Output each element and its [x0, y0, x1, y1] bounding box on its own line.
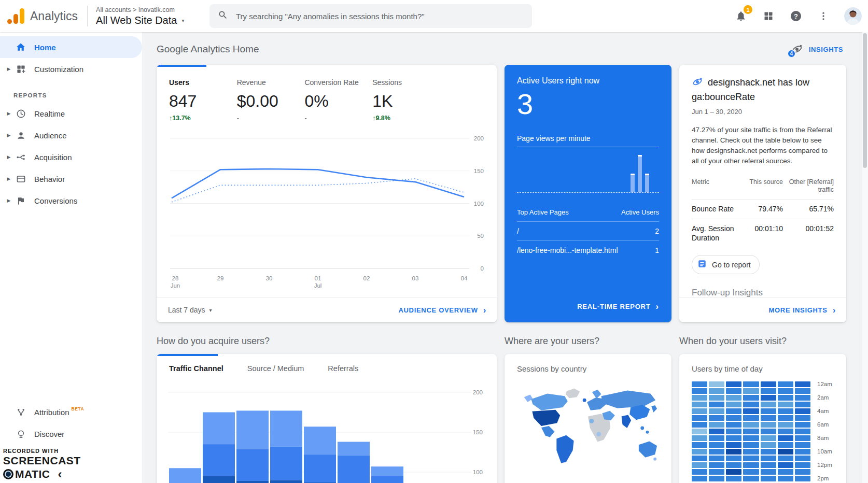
- chevron-down-icon: ▾: [209, 307, 212, 313]
- time-section-title: When do your users visit?: [679, 336, 846, 347]
- table-row[interactable]: /leno-free-mobi...-template.html 1: [517, 240, 659, 260]
- tab-source-medium[interactable]: Source / Medium: [247, 364, 304, 376]
- sidebar-item-realtime[interactable]: ▶ Realtime: [0, 103, 142, 124]
- page-path: /: [517, 227, 519, 235]
- analytics-logo[interactable]: Analytics: [0, 8, 78, 24]
- clock-icon: [15, 109, 27, 119]
- expander-icon[interactable]: ▶: [3, 111, 15, 116]
- traffic-channel-bar-chart: 050100150200: [157, 377, 497, 483]
- table-row[interactable]: / 2: [517, 221, 659, 240]
- flag-icon: [15, 196, 27, 206]
- expander-icon[interactable]: ▶: [3, 198, 15, 203]
- metric-sessions[interactable]: Sessions 1K ↑9.8%: [372, 78, 402, 122]
- table-row: Bounce Rate 79.47% 65.71%: [692, 199, 834, 219]
- sidebar-item-acquisition[interactable]: ▶ Acquisition: [0, 146, 142, 168]
- heatmap-row-label: [812, 388, 834, 394]
- insight-date-range: Jun 1 – 30, 2020: [692, 108, 834, 116]
- acquisition-card: Traffic Channel Source / Medium Referral…: [157, 354, 497, 483]
- real-time-report-link[interactable]: REAL-TIME REPORT ›: [517, 302, 659, 311]
- sidebar-item-label: Conversions: [34, 196, 77, 205]
- collapse-chevron-icon[interactable]: ‹: [58, 467, 62, 481]
- sidebar-item-label: Audience: [34, 131, 67, 140]
- go-to-report-button[interactable]: Go to report: [692, 255, 760, 274]
- heatmap-row-label: [812, 456, 834, 461]
- scrollbar-thumb[interactable]: [863, 33, 867, 168]
- vertical-dots-icon: [818, 11, 829, 21]
- chevron-right-icon: ›: [656, 302, 659, 311]
- search-input[interactable]: [235, 11, 524, 21]
- divider: [87, 6, 88, 26]
- chevron-right-icon: ›: [833, 306, 836, 315]
- expander-icon[interactable]: ▶: [3, 133, 15, 138]
- screencast-o-matic-watermark: RECORDED WITH SCREENCAST MATIC ‹: [3, 448, 81, 481]
- report-doc-icon: [697, 259, 707, 270]
- avatar[interactable]: [844, 7, 862, 25]
- product-name: Analytics: [30, 9, 78, 23]
- metric-revenue[interactable]: Revenue $0.00 -: [237, 78, 305, 122]
- help-button[interactable]: ?: [789, 9, 803, 23]
- expander-icon[interactable]: ▶: [3, 176, 15, 181]
- help-icon: ?: [790, 10, 802, 22]
- heatmap-row-label: [812, 429, 834, 434]
- top-app-bar: Analytics All accounts > Inovatik.com Al…: [0, 0, 868, 32]
- realtime-card: Active Users right now 3 Page views per …: [505, 65, 671, 322]
- more-insights-link[interactable]: MORE INSIGHTS ›: [769, 306, 836, 315]
- heatmap-row-label: [812, 402, 834, 407]
- notification-badge: 1: [744, 5, 752, 14]
- heatmap-row-label: 2am: [812, 395, 834, 401]
- svg-text:29: 29: [217, 275, 224, 281]
- sidebar-item-conversions[interactable]: ▶ Conversions: [0, 190, 142, 211]
- sidebar-item-label: Customization: [34, 65, 83, 74]
- svg-text:01Jul: 01Jul: [314, 275, 322, 289]
- svg-text:100: 100: [473, 469, 483, 475]
- sidebar-item-audience[interactable]: ▶ Audience: [0, 124, 142, 146]
- tab-referrals[interactable]: Referrals: [328, 364, 358, 376]
- analytics-logo-icon: [7, 8, 25, 24]
- heatmap-row-label: 10am: [812, 449, 834, 454]
- person-icon: [15, 131, 27, 140]
- branch-icon: [15, 152, 27, 162]
- sidebar-item-label: Attribution: [34, 408, 69, 417]
- search-bar[interactable]: [209, 4, 532, 28]
- heatmap-row-label: 12am: [812, 381, 834, 387]
- audience-overview-link[interactable]: AUDIENCE OVERVIEW ›: [398, 306, 486, 315]
- sidebar-item-label: Discover: [34, 430, 64, 438]
- heatmap-row-label: 4am: [812, 408, 834, 414]
- date-range-select[interactable]: Last 7 days ▾: [168, 306, 212, 314]
- more-menu-button[interactable]: [817, 9, 830, 23]
- customization-icon: [15, 64, 27, 74]
- sessions-by-country-title: Sessions by country: [517, 364, 659, 373]
- heatmap-row-label: [812, 469, 834, 475]
- insights-button[interactable]: 4 INSIGHTS: [791, 43, 843, 55]
- notifications-button[interactable]: 1: [734, 9, 748, 23]
- svg-text:?: ?: [794, 12, 798, 20]
- property-name: All Web Site Data: [96, 15, 177, 26]
- metric-conversion-rate[interactable]: Conversion Rate 0% -: [304, 78, 372, 122]
- sidebar-item-customization[interactable]: ▶ Customization: [0, 58, 142, 80]
- insight-card: designshack.net has low ga:bounceRate Ju…: [679, 65, 846, 322]
- heatmap-row-label: [812, 442, 834, 448]
- sidebar-item-discover[interactable]: Discover: [0, 423, 142, 445]
- metric-users[interactable]: Users 847 ↑13.7%: [169, 78, 237, 122]
- vertical-scrollbar[interactable]: [862, 32, 868, 483]
- attribution-icon: [15, 407, 27, 417]
- users-line-chart: 05010015020028Jun293001Jul020304: [157, 122, 497, 293]
- expander-icon[interactable]: ▶: [3, 154, 15, 160]
- sidebar-item-attribution[interactable]: Attribution BETA: [0, 401, 142, 423]
- tab-traffic-channel[interactable]: Traffic Channel: [169, 364, 223, 376]
- account-switcher[interactable]: All accounts > Inovatik.com All Web Site…: [96, 6, 184, 26]
- beta-badge: BETA: [72, 406, 85, 411]
- main-content: Google Analytics Home 4 INSIGHTS: [142, 32, 868, 483]
- chevron-right-icon: ›: [483, 306, 486, 315]
- sidebar-item-behavior[interactable]: ▶ Behavior: [0, 168, 142, 190]
- active-metric-indicator: [157, 65, 206, 67]
- sidebar-item-label: Home: [34, 43, 56, 52]
- heatmap-row-label: [812, 415, 834, 421]
- expander-icon[interactable]: ▶: [3, 66, 15, 72]
- apps-grid-button[interactable]: [762, 9, 775, 23]
- insight-table-header: Metric This source Other [Referral] traf…: [692, 178, 834, 199]
- sidebar-item-label: Acquisition: [34, 153, 72, 162]
- sidebar-item-label: Realtime: [34, 109, 65, 118]
- sidebar-item-home[interactable]: Home: [0, 36, 142, 58]
- world-map: [517, 382, 659, 474]
